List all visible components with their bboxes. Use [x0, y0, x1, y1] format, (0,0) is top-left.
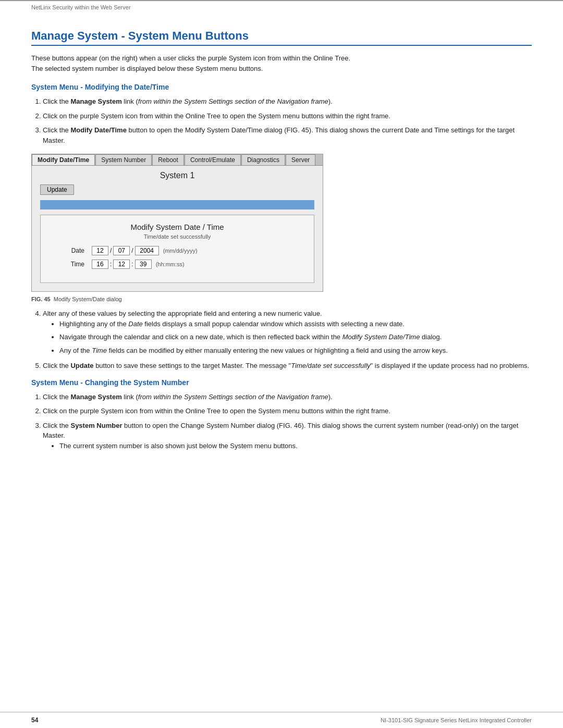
- date-month-field[interactable]: [92, 246, 108, 255]
- time-sec-field[interactable]: [135, 260, 152, 269]
- page-title: Manage System - System Menu Buttons: [31, 29, 532, 46]
- tab-system-number[interactable]: System Number: [95, 154, 152, 165]
- s2-step-1: Click the Manage System link (from withi…: [43, 392, 532, 402]
- inner-dialog-title: Modify System Date / Time: [53, 223, 301, 231]
- time-sep2: :: [131, 261, 133, 268]
- footer-page-number: 54: [31, 717, 38, 724]
- date-year-field[interactable]: [135, 246, 159, 255]
- time-hour-field[interactable]: [92, 260, 108, 269]
- time-hint: (hh:mm:ss): [156, 261, 185, 267]
- bullet-4-3: Any of the Time fields can be modified b…: [59, 346, 532, 356]
- step-2: Click on the purple System icon from wit…: [43, 111, 532, 121]
- dialog-system-title: System 1: [40, 171, 314, 180]
- update-button[interactable]: Update: [40, 184, 74, 195]
- date-label: Date: [53, 247, 84, 254]
- step-4: Alter any of these values by selecting t…: [43, 309, 532, 355]
- date-hint: (mm/dd/yyyy): [163, 248, 198, 254]
- s2-bullet-1: The current system number is also shown …: [59, 441, 532, 451]
- inner-dialog-success: Time/date set successfully: [53, 233, 301, 240]
- fig45-label: FIG. 45: [31, 296, 51, 302]
- step-5: Click the Update button to save these se…: [43, 361, 532, 371]
- bullet-4-1: Highlighting any of the Date fields disp…: [59, 319, 532, 329]
- tab-diagnostics[interactable]: Diagnostics: [241, 154, 285, 165]
- date-sep2: /: [131, 247, 133, 254]
- tab-reboot[interactable]: Reboot: [152, 154, 184, 165]
- time-min-field[interactable]: [113, 260, 130, 269]
- dialog-tab-bar: Modify Date/Time System Number Reboot Co…: [32, 154, 323, 166]
- step-3: Click the Modify Date/Time button to ope…: [43, 125, 532, 145]
- inner-dialog: Modify System Date / Time Time/date set …: [40, 215, 314, 283]
- footer-product: NI-3101-SIG Signature Series NetLinx Int…: [381, 717, 532, 723]
- tab-control-emulate[interactable]: Control/Emulate: [185, 154, 241, 165]
- breadcrumb-text: NetLinx Security within the Web Server: [31, 4, 131, 10]
- dialog-body: System 1 Update Modify System Date / Tim…: [32, 166, 323, 291]
- date-day-field[interactable]: [113, 246, 130, 255]
- time-row: Time : : (hh:mm:ss): [53, 260, 301, 269]
- time-sep1: :: [110, 261, 112, 268]
- bullet-4-2: Navigate through the calendar and click …: [59, 332, 532, 342]
- fig45-caption: FIG. 45 Modify System/Date dialog: [31, 296, 532, 302]
- s2-step-2: Click on the purple System icon from wit…: [43, 406, 532, 416]
- s2-step-3: Click the System Number button to open t…: [43, 421, 532, 451]
- step4-list: Alter any of these values by selecting t…: [43, 309, 532, 371]
- step1-italic: from within the System Settings section …: [138, 97, 328, 105]
- section2-steps: Click the Manage System link (from withi…: [43, 392, 532, 451]
- section2-heading: System Menu - Changing the System Number: [31, 378, 532, 387]
- footer: 54 NI-3101-SIG Signature Series NetLinx …: [0, 712, 563, 728]
- step3-bold: Modify Date/Time: [70, 126, 126, 134]
- intro-paragraph: These buttons appear (on the right) when…: [31, 53, 532, 73]
- fig45-text: Modify System/Date dialog: [54, 296, 122, 302]
- main-content: Manage System - System Menu Buttons Thes…: [0, 14, 563, 489]
- header-breadcrumb: NetLinx Security within the Web Server: [0, 0, 563, 14]
- time-label: Time: [53, 261, 84, 268]
- tab-modify-datetime[interactable]: Modify Date/Time: [32, 154, 95, 165]
- date-row: Date / / (mm/dd/yyyy): [53, 246, 301, 255]
- section1-heading: System Menu - Modifying the Date/Time: [31, 83, 532, 91]
- s2-step3-bullets: The current system number is also shown …: [59, 441, 532, 451]
- dialog-screenshot: Modify Date/Time System Number Reboot Co…: [31, 154, 323, 292]
- section1-steps: Click the Manage System link (from withi…: [43, 96, 532, 145]
- date-sep1: /: [110, 247, 112, 254]
- step4-bullets: Highlighting any of the Date fields disp…: [59, 319, 532, 356]
- tab-server[interactable]: Server: [286, 154, 315, 165]
- step1-bold: Manage System: [70, 97, 121, 105]
- dialog-blue-bar: [40, 200, 314, 209]
- step-1: Click the Manage System link (from withi…: [43, 96, 532, 107]
